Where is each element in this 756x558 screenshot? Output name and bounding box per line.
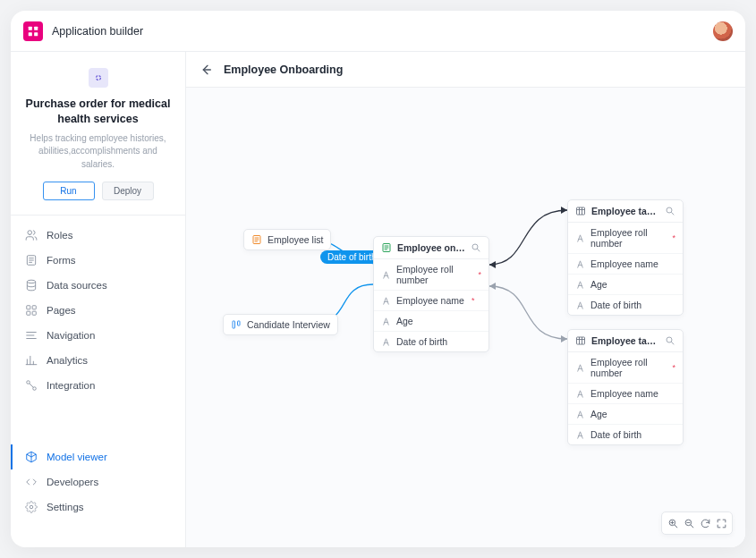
table-icon (575, 335, 586, 346)
sidebar-item-label: Roles (47, 230, 72, 241)
svg-rect-26 (577, 207, 585, 215)
node-field-row[interactable]: Employee roll number* (568, 352, 683, 384)
node-header: Employee onboard... (374, 237, 488, 259)
sidebar-item-analytics[interactable]: Analytics (11, 348, 185, 373)
users-icon (25, 229, 38, 241)
text-field-icon (381, 337, 391, 347)
svg-marker-20 (561, 335, 567, 342)
nav-icon (25, 329, 38, 342)
required-indicator: * (672, 233, 675, 242)
fullscreen-button[interactable] (714, 516, 728, 530)
search-icon[interactable] (665, 206, 675, 216)
node-field-row[interactable]: Employee roll number* (374, 259, 488, 291)
text-field-icon (381, 317, 391, 326)
node-title: Employee tabl... (591, 335, 659, 346)
sidebar-item-data-sources[interactable]: Data sources (11, 273, 185, 298)
node-field-row[interactable]: Date of birth (374, 332, 488, 351)
field-label: Date of birth (590, 300, 641, 310)
field-label: Age (590, 279, 607, 290)
app-title: Application builder (52, 25, 143, 38)
sidebar-item-label: Pages (47, 305, 76, 316)
node-field-row[interactable]: Employee name (568, 254, 683, 275)
employee-table-node-2[interactable]: Employee tabl...Employee roll number*Emp… (567, 329, 684, 445)
refresh-button[interactable] (698, 516, 712, 530)
grid-icon (25, 304, 38, 317)
field-label: Employee name (396, 295, 464, 306)
project-title: Purchase order for medical health servic… (23, 97, 173, 127)
project-header: Purchase order for medical health servic… (11, 52, 185, 216)
node-field-row[interactable]: Employee name (568, 384, 683, 404)
text-field-icon (381, 296, 391, 306)
text-field-icon (575, 410, 585, 419)
employee-list-chip[interactable]: Employee list (243, 229, 331, 250)
node-field-row[interactable]: Age (374, 311, 488, 332)
sidebar-item-label: Developers (47, 477, 98, 487)
text-field-icon (575, 233, 585, 243)
zoom-in-button[interactable] (666, 516, 680, 530)
required-indicator: * (471, 296, 475, 305)
node-field-row[interactable]: Employee roll number* (568, 223, 683, 254)
run-button[interactable]: Run (43, 182, 95, 200)
field-label: Employee name (590, 388, 658, 399)
text-field-icon (575, 280, 585, 290)
text-field-icon (381, 270, 391, 280)
zoom-out-button[interactable] (682, 516, 696, 530)
svg-rect-8 (32, 306, 36, 309)
project-icon (89, 68, 108, 88)
text-field-icon (575, 389, 585, 399)
node-title: Employee onboard... (397, 242, 465, 253)
field-label: Employee name (590, 258, 658, 269)
sidebar-item-developers[interactable]: Developers (11, 469, 185, 495)
model-canvas[interactable]: Employee list Date of birth Candidate In… (186, 88, 745, 547)
sidebar-item-integration[interactable]: Integration (11, 373, 185, 398)
table-icon (575, 206, 586, 216)
svg-point-6 (27, 280, 35, 283)
cube-icon (25, 451, 38, 463)
sidebar-item-model-viewer[interactable]: Model viewer (11, 444, 185, 469)
sidebar-item-settings[interactable]: Settings (11, 495, 185, 520)
app-logo-icon (23, 21, 43, 41)
required-indicator: * (478, 270, 481, 279)
candidate-interview-chip[interactable]: Candidate Interview (223, 314, 338, 335)
search-icon[interactable] (471, 242, 481, 253)
node-field-row[interactable]: Employee name* (374, 291, 488, 311)
deploy-button[interactable]: Deploy (102, 182, 154, 200)
employee-table-node-1[interactable]: Employee tabl...Employee roll number*Emp… (567, 199, 684, 316)
avatar[interactable] (713, 21, 733, 41)
sidebar-item-label: Navigation (47, 330, 95, 341)
svg-rect-7 (27, 306, 30, 309)
sidebar-item-label: Settings (47, 502, 84, 512)
node-title: Employee tabl... (591, 206, 659, 216)
text-field-icon (575, 363, 585, 373)
text-field-icon (575, 430, 585, 440)
svg-marker-17 (489, 261, 496, 268)
search-icon[interactable] (665, 335, 675, 346)
node-field-row[interactable]: Date of birth (568, 425, 683, 444)
svg-rect-2 (29, 32, 32, 36)
sidebar-item-navigation[interactable]: Navigation (11, 323, 185, 348)
page-title: Employee Onboarding (224, 63, 343, 76)
field-label: Date of birth (396, 336, 447, 347)
svg-rect-3 (34, 32, 38, 36)
sidebar-item-pages[interactable]: Pages (11, 298, 185, 323)
node-field-row[interactable]: Date of birth (568, 295, 683, 315)
node-field-row[interactable]: Age (568, 404, 683, 425)
integration-icon (25, 379, 38, 392)
node-field-row[interactable]: Age (568, 275, 683, 295)
field-label: Age (590, 409, 607, 419)
code-icon (25, 476, 38, 488)
canvas-toolbar (661, 512, 733, 535)
sidebar-item-label: Model viewer (47, 452, 107, 462)
sidebar-item-label: Forms (47, 255, 76, 266)
employee-onboarding-node[interactable]: Employee onboard...Employee roll number*… (373, 236, 489, 352)
svg-point-4 (96, 76, 100, 80)
node-header: Employee tabl... (568, 330, 683, 352)
sidebar-item-roles[interactable]: Roles (11, 223, 185, 248)
svg-rect-28 (577, 337, 585, 344)
text-field-icon (575, 259, 585, 269)
database-icon (25, 279, 38, 292)
svg-marker-19 (489, 283, 496, 290)
sidebar-item-forms[interactable]: Forms (11, 248, 185, 273)
back-button[interactable] (199, 63, 213, 77)
form-icon (25, 254, 38, 266)
